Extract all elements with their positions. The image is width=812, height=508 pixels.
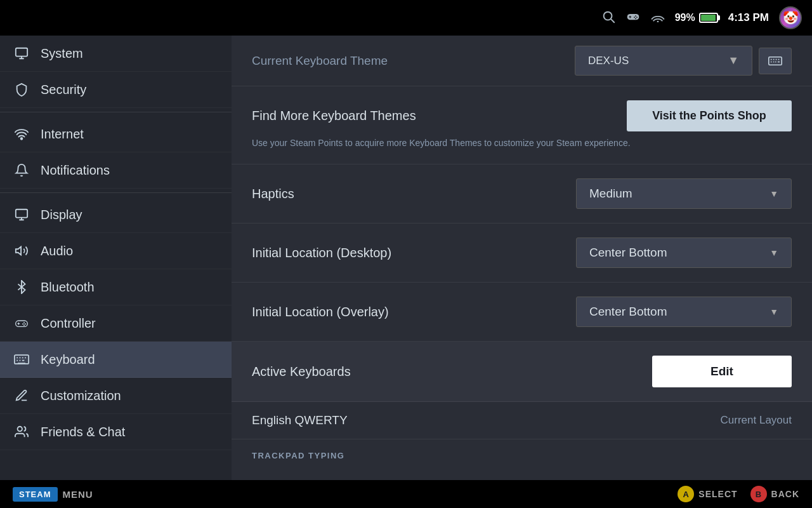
chevron-down-icon: ▼ [769, 307, 778, 317]
sidebar-divider [0, 192, 232, 193]
battery-pct: 99% [675, 12, 695, 23]
chevron-down-icon: ▼ [728, 54, 739, 67]
system-icon [13, 44, 30, 62]
sidebar-item-label: System [41, 46, 83, 61]
initial-location-overlay-row: Initial Location (Overlay) Center Bottom… [232, 283, 812, 342]
trackpad-typing-section-title: TRACKPAD TYPING [232, 439, 812, 467]
select-control: A SELECT [678, 486, 737, 502]
keyboard-theme-preview-btn[interactable] [759, 48, 792, 74]
current-layout-status: Current Layout [721, 414, 792, 427]
sidebar-item-bluetooth[interactable]: Bluetooth [0, 269, 232, 305]
avatar-image: 🤡 [783, 10, 799, 25]
back-label: BACK [771, 489, 799, 499]
sidebar-item-notifications[interactable]: Notifications [0, 152, 232, 189]
sidebar-item-label: Friends & Chat [41, 425, 125, 439]
sidebar-item-audio[interactable]: Audio [0, 233, 232, 269]
svg-line-1 [611, 19, 614, 22]
topbar-time: 4:13 PM [728, 11, 769, 24]
sidebar-item-security[interactable]: Security [0, 72, 232, 108]
visit-points-shop-button[interactable]: Visit the Points Shop [627, 100, 792, 131]
svg-point-17 [23, 322, 25, 323]
customization-icon [13, 387, 30, 404]
current-keyboard-theme-label: Current Keyboard Theme [252, 54, 388, 68]
svg-point-11 [21, 138, 23, 140]
signal-icon [651, 11, 665, 25]
svg-point-6 [636, 17, 638, 18]
current-keyboard-theme-value: DEX-US [588, 55, 629, 67]
controller-icon[interactable] [625, 11, 641, 25]
sidebar-item-label: Display [41, 208, 82, 222]
svg-rect-21 [15, 355, 29, 364]
svg-rect-12 [16, 210, 27, 218]
bottombar: STEAM MENU A SELECT B BACK [0, 480, 812, 508]
notifications-icon [13, 161, 30, 179]
audio-icon [13, 242, 30, 260]
sidebar-item-keyboard[interactable]: Keyboard [0, 342, 232, 378]
svg-point-22 [18, 427, 22, 431]
find-more-themes-desc: Use your Steam Points to acquire more Ke… [252, 137, 792, 150]
sidebar-item-label: Customization [41, 389, 121, 403]
initial-location-desktop-value: Center Bottom [589, 246, 667, 260]
english-qwerty-name: English QWERTY [252, 413, 348, 427]
sidebar-item-customization[interactable]: Customization [0, 378, 232, 414]
haptics-label: Haptics [252, 187, 294, 201]
haptics-value: Medium [589, 187, 632, 201]
initial-location-overlay-dropdown[interactable]: Center Bottom ▼ [576, 297, 792, 327]
initial-location-desktop-header: Initial Location (Desktop) Center Bottom… [252, 237, 792, 268]
topbar-icons: 99% 4:13 PM 🤡 [601, 6, 802, 29]
current-keyboard-theme-dropdown[interactable]: DEX-US ▼ [575, 46, 752, 76]
svg-point-18 [25, 323, 26, 324]
english-qwerty-row: English QWERTY Current Layout [232, 402, 812, 439]
edit-keyboards-button[interactable]: Edit [652, 356, 792, 387]
bluetooth-icon [13, 278, 30, 296]
display-icon [13, 206, 30, 224]
select-label: SELECT [698, 489, 737, 499]
svg-point-19 [22, 323, 23, 324]
steam-menu[interactable]: STEAM MENU [13, 487, 93, 502]
layout: System Security Internet [0, 36, 812, 480]
sidebar-item-label: Audio [41, 244, 73, 258]
battery-indicator: 99% [675, 12, 718, 23]
a-button[interactable]: A [678, 486, 694, 502]
topbar: 99% 4:13 PM 🤡 [0, 0, 812, 36]
sidebar-item-internet[interactable]: Internet [0, 116, 232, 152]
svg-point-8 [635, 18, 636, 19]
keyboard-icon [13, 351, 30, 368]
sidebar-item-display[interactable]: Display [0, 197, 232, 233]
security-icon [13, 81, 30, 98]
sidebar-divider [0, 112, 232, 112]
active-keyboards-label: Active Keyboards [252, 364, 351, 379]
initial-location-overlay-value: Center Bottom [589, 305, 667, 319]
initial-location-overlay-label: Initial Location (Overlay) [252, 305, 389, 319]
svg-rect-23 [769, 57, 782, 65]
current-keyboard-theme-row: Current Keyboard Theme DEX-US ▼ [232, 36, 812, 86]
sidebar-item-friends-chat[interactable]: Friends & Chat [0, 414, 232, 450]
internet-icon [13, 125, 30, 143]
sidebar-item-label: Bluetooth [41, 280, 95, 295]
controller-sidebar-icon [13, 314, 30, 332]
find-more-themes-label: Find More Keyboard Themes [252, 109, 416, 123]
initial-location-overlay-header: Initial Location (Overlay) Center Bottom… [252, 297, 792, 327]
svg-rect-16 [17, 323, 20, 324]
active-keyboards-row: Active Keyboards Edit [232, 342, 812, 402]
active-keyboards-header: Active Keyboards Edit [252, 356, 792, 387]
steam-badge[interactable]: STEAM [13, 487, 58, 502]
sidebar-item-label: Notifications [41, 163, 110, 178]
haptics-header: Haptics Medium ▼ [252, 178, 792, 209]
find-more-themes-row: Find More Keyboard Themes Visit the Poin… [232, 86, 812, 164]
menu-label: MENU [63, 489, 93, 500]
sidebar-item-label: Controller [41, 316, 96, 331]
haptics-dropdown[interactable]: Medium ▼ [576, 178, 792, 209]
svg-point-20 [23, 324, 25, 326]
sidebar: System Security Internet [0, 36, 232, 480]
search-icon[interactable] [601, 10, 615, 27]
bottom-controls: A SELECT B BACK [678, 486, 799, 502]
svg-point-5 [635, 15, 636, 17]
svg-point-9 [657, 20, 658, 22]
b-button[interactable]: B [750, 486, 767, 502]
back-control: B BACK [750, 486, 799, 502]
initial-location-desktop-dropdown[interactable]: Center Bottom ▼ [576, 237, 792, 268]
sidebar-item-system[interactable]: System [0, 36, 232, 72]
sidebar-item-controller[interactable]: Controller [0, 305, 232, 342]
avatar[interactable]: 🤡 [779, 6, 802, 29]
